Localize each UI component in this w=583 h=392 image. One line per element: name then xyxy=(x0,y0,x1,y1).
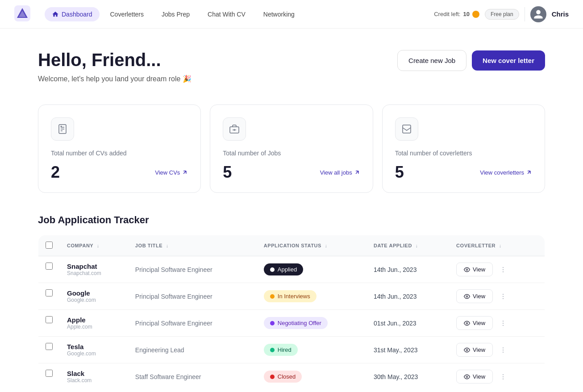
row-checkbox-3[interactable] xyxy=(46,316,53,323)
company-name: Apple xyxy=(67,316,121,324)
job-title-cell: Principal Software Engineer xyxy=(128,310,257,337)
stat-jobs-value: 5 xyxy=(223,163,232,182)
hero-section: Hello, Friend... Welcome, let's help you… xyxy=(38,50,545,83)
col-job-title: JOB TITLE ↓ xyxy=(128,235,257,256)
view-button-3[interactable]: View xyxy=(456,316,493,330)
company-url: Google.com xyxy=(67,297,121,303)
table-header-row: COMPANY ↓ JOB TITLE ↓ APPLICATION STATUS… xyxy=(38,235,545,256)
create-job-button[interactable]: Create new Job xyxy=(397,50,466,71)
company-cell: Slack Slack.com xyxy=(60,363,128,390)
status-badge: Closed xyxy=(264,371,302,383)
date-cell: 14th Jun., 2023 xyxy=(366,256,449,283)
svg-point-19 xyxy=(503,298,504,299)
company-cell: Tesla Google.com xyxy=(60,337,128,363)
svg-point-27 xyxy=(503,351,504,352)
nav-jobs-prep[interactable]: Jobs Prep xyxy=(154,7,197,21)
date-cell: 01st Jun., 2023 xyxy=(366,310,449,337)
view-coverletters-link[interactable]: View coverletters xyxy=(480,169,532,176)
more-button-4[interactable] xyxy=(496,343,510,357)
row-checkbox-cell xyxy=(38,310,60,329)
row-checkbox-1[interactable] xyxy=(46,263,53,270)
company-cell: Apple Apple.com xyxy=(60,310,128,337)
stat-cl-bottom: 5 View coverletters xyxy=(395,163,532,182)
stats-grid: Total number of CVs added 2 View CVs Tot… xyxy=(38,104,545,193)
cl-actions: View xyxy=(456,263,537,276)
select-all-checkbox[interactable] xyxy=(46,242,53,249)
table-row: Tesla Google.com Engineering Lead Hired … xyxy=(38,337,545,363)
tracker-section: Job Application Tracker COMPANY ↓ JOB TI… xyxy=(38,214,545,390)
view-jobs-link[interactable]: View all jobs xyxy=(320,169,360,176)
svg-point-30 xyxy=(503,376,504,377)
date-sort-icon[interactable]: ↓ xyxy=(416,243,418,248)
col-coverletter: COVERLETTER ↓ xyxy=(449,235,545,256)
company-sort-icon[interactable]: ↓ xyxy=(97,243,100,248)
svg-point-23 xyxy=(503,325,504,325)
row-checkbox-2[interactable] xyxy=(46,289,53,296)
company-name: Slack xyxy=(67,370,121,377)
jobs-icon xyxy=(223,117,246,141)
company-url: Slack.com xyxy=(67,377,121,384)
more-button-2[interactable] xyxy=(496,290,510,303)
hero-greeting: Hello, Friend... xyxy=(38,50,192,70)
svg-point-29 xyxy=(503,374,504,375)
col-status: APPLICATION STATUS ↓ xyxy=(257,235,366,256)
nav-divider xyxy=(525,7,525,21)
stat-jobs-label: Total number of Jobs xyxy=(223,150,360,157)
row-checkbox-cell xyxy=(38,337,60,356)
company-name: Google xyxy=(67,289,121,297)
more-button-1[interactable] xyxy=(496,263,510,276)
stat-cl-label: Total number of coverletters xyxy=(395,150,532,157)
view-button-4[interactable]: View xyxy=(456,343,493,357)
job-title-sort-icon[interactable]: ↓ xyxy=(166,243,169,248)
view-button-1[interactable]: View xyxy=(456,263,493,276)
eye-icon xyxy=(464,374,470,380)
status-badge: Applied xyxy=(264,263,303,275)
more-button-3[interactable] xyxy=(496,317,510,330)
date-cell: 14th Jun., 2023 xyxy=(366,283,449,310)
more-dots-icon xyxy=(500,293,507,300)
nav-chat-with-cv[interactable]: Chat With CV xyxy=(200,7,253,21)
coverletter-cell: View xyxy=(449,363,545,390)
more-button-5[interactable] xyxy=(496,370,510,384)
company-cell: Snapchat Snapchat.com xyxy=(60,256,128,283)
row-checkbox-cell xyxy=(38,256,60,276)
stat-cl-value: 5 xyxy=(395,163,404,182)
svg-point-31 xyxy=(503,378,504,379)
view-button-5[interactable]: View xyxy=(456,370,493,384)
svg-point-25 xyxy=(503,347,504,348)
main-content: Hello, Friend... Welcome, let's help you… xyxy=(24,29,559,392)
svg-point-21 xyxy=(503,321,504,321)
more-dots-icon xyxy=(500,320,507,327)
more-dots-icon xyxy=(500,346,507,354)
cl-icon xyxy=(395,117,418,141)
company-name: Tesla xyxy=(67,343,121,350)
view-cvs-link[interactable]: View CVs xyxy=(155,169,188,176)
cl-sort-icon[interactable]: ↓ xyxy=(499,243,502,248)
stat-card-jobs: Total number of Jobs 5 View all jobs xyxy=(210,104,373,193)
nav-dashboard[interactable]: Dashboard xyxy=(45,7,100,21)
row-checkbox-4[interactable] xyxy=(46,343,53,350)
company-cell: Google Google.com xyxy=(60,283,128,310)
hero-text: Hello, Friend... Welcome, let's help you… xyxy=(38,50,192,83)
new-cover-letter-button[interactable]: New cover letter xyxy=(472,50,545,71)
job-title-cell: Principal Software Engineer xyxy=(128,283,257,310)
stat-cvs-value: 2 xyxy=(51,163,60,182)
company-url: Apple.com xyxy=(67,324,121,330)
stat-card-cvs: Total number of CVs added 2 View CVs xyxy=(38,104,201,193)
stat-card-coverletters: Total number of coverletters 5 View cove… xyxy=(382,104,545,193)
nav-networking[interactable]: Networking xyxy=(256,7,302,21)
hero-subtitle: Welcome, let's help you land your dream … xyxy=(38,75,192,83)
view-button-2[interactable]: View xyxy=(456,289,493,303)
credit-info: Credit left: 10 xyxy=(434,11,479,18)
eye-icon xyxy=(464,267,470,273)
svg-point-24 xyxy=(466,349,468,351)
company-name: Snapchat xyxy=(67,263,121,270)
status-sort-icon[interactable]: ↓ xyxy=(325,243,327,248)
row-checkbox-5[interactable] xyxy=(46,370,53,377)
cl-actions: View xyxy=(456,370,537,384)
status-cell: Applied xyxy=(257,256,366,283)
nav-coverletters[interactable]: Coverletters xyxy=(103,7,151,21)
cl-actions: View xyxy=(456,289,537,303)
status-badge: Negotiating Offer xyxy=(264,317,328,329)
status-cell: Hired xyxy=(257,337,366,363)
